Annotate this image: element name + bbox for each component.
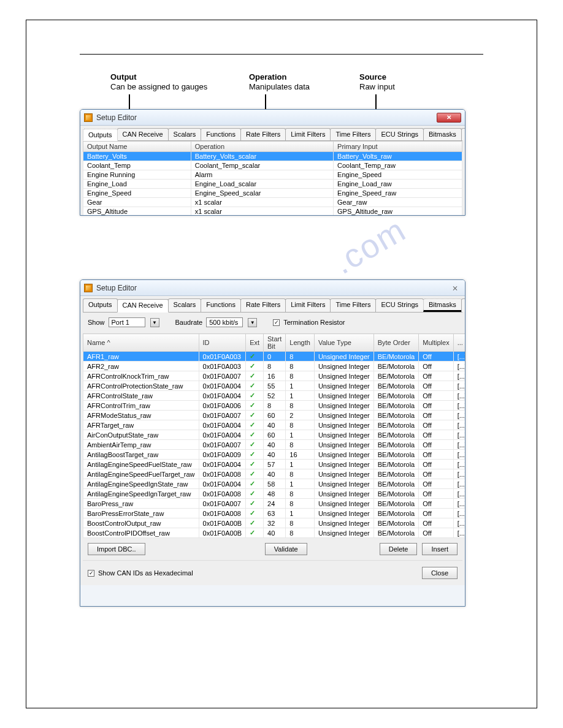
tab-outputs[interactable]: Outputs: [83, 129, 118, 141]
cell[interactable]: ✓: [246, 352, 264, 362]
tab-bit-strings[interactable]: Bit Strings: [461, 128, 465, 140]
cell[interactable]: 8: [264, 401, 286, 411]
table-row[interactable]: AmbientAirTemp_raw0x01F0A007✓408Unsigned…: [83, 440, 466, 450]
cell[interactable]: 0x01F0A007: [199, 371, 246, 381]
cell[interactable]: 55: [264, 381, 286, 391]
cell[interactable]: Unsigned Integer: [314, 460, 373, 469]
cell[interactable]: Engine_Load: [83, 180, 191, 189]
cell[interactable]: [...]: [453, 489, 465, 499]
cell[interactable]: BoostControlPIDOffset_raw: [83, 528, 199, 538]
cell[interactable]: [...]: [453, 440, 465, 450]
table-row[interactable]: AFRControlState_raw0x01F0A004✓521Unsigne…: [83, 391, 466, 401]
cell[interactable]: Unsigned Integer: [314, 509, 373, 518]
cell[interactable]: 1: [286, 430, 315, 440]
cell[interactable]: BE/Motorola: [373, 371, 419, 381]
table-row[interactable]: AFRControlKnockTrim_raw0x01F0A007✓168Uns…: [83, 371, 466, 381]
cell[interactable]: 40: [264, 440, 286, 450]
table-row[interactable]: AFRModeStatus_raw0x01F0A007✓602Unsigned …: [83, 411, 466, 420]
cell[interactable]: 16: [286, 450, 315, 460]
cell[interactable]: AntilagEngineSpeedIgnTarget_raw: [83, 489, 199, 499]
tab-time-filters[interactable]: Time Filters: [330, 128, 376, 140]
tab-rate-filters[interactable]: Rate Filters: [240, 128, 286, 140]
cell[interactable]: Gear: [83, 198, 191, 207]
cell[interactable]: 40: [264, 528, 286, 538]
hex-checkbox[interactable]: ✓: [88, 570, 94, 577]
cell[interactable]: 16: [264, 371, 286, 381]
tab-can-receive[interactable]: CAN Receive: [117, 299, 169, 313]
cell[interactable]: AntilagEngineSpeedIgnState_raw: [83, 479, 199, 489]
cell[interactable]: Off: [419, 411, 453, 420]
cell[interactable]: 0x01F0A003: [199, 352, 246, 362]
cell[interactable]: Unsigned Integer: [314, 381, 373, 391]
cell[interactable]: ✓: [246, 509, 264, 518]
cell[interactable]: [...]: [453, 352, 465, 362]
tab-ecu-strings[interactable]: ECU Strings: [375, 298, 424, 312]
cell[interactable]: Off: [419, 450, 453, 460]
cell[interactable]: 8: [286, 401, 315, 411]
cell[interactable]: Unsigned Integer: [314, 371, 373, 381]
cell[interactable]: 40: [264, 420, 286, 430]
cell[interactable]: BE/Motorola: [373, 460, 419, 469]
cell[interactable]: 8: [286, 420, 315, 430]
cell[interactable]: BE/Motorola: [373, 362, 419, 371]
table-row[interactable]: AntilagBoostTarget_raw0x01F0A009✓4016Uns…: [83, 450, 466, 460]
cell[interactable]: Battery_Volts: [83, 152, 191, 161]
cell[interactable]: [...]: [453, 430, 465, 440]
table-row[interactable]: AFR1_raw0x01F0A003✓08Unsigned IntegerBE/…: [83, 352, 466, 362]
baudrate-select[interactable]: 500 kbit/s: [206, 317, 243, 327]
close-button-1[interactable]: ✕: [437, 113, 461, 123]
cell[interactable]: Engine Running: [83, 170, 191, 180]
col-header[interactable]: ID: [199, 334, 246, 352]
cell[interactable]: Off: [419, 440, 453, 450]
cell[interactable]: Unsigned Integer: [314, 469, 373, 479]
cell[interactable]: 1: [286, 460, 315, 469]
cell[interactable]: ✓: [246, 518, 264, 528]
tab-bitmasks[interactable]: Bitmasks: [423, 128, 462, 140]
cell[interactable]: Gear_raw: [334, 198, 462, 207]
col-header[interactable]: Primary Input: [334, 142, 462, 152]
cell[interactable]: Alarm: [191, 170, 333, 180]
cell[interactable]: Off: [419, 420, 453, 430]
cell[interactable]: 8: [286, 362, 315, 371]
table-row[interactable]: BoostControlOutput_raw0x01F0A00B✓328Unsi…: [83, 518, 466, 528]
cell[interactable]: [...]: [453, 362, 465, 371]
cell[interactable]: ✓: [246, 469, 264, 479]
cell[interactable]: 0x01F0A007: [199, 411, 246, 420]
cell[interactable]: 60: [264, 430, 286, 440]
table-row[interactable]: Engine_LoadEngine_Load_scalarEngine_Load…: [83, 180, 462, 189]
cell[interactable]: AntilagEngineSpeedFuelState_raw: [83, 460, 199, 469]
cell[interactable]: GPS_Altitude: [83, 207, 191, 216]
can-table[interactable]: Name ^IDExtStart BitLengthValue TypeByte…: [83, 333, 465, 538]
cell[interactable]: 8: [264, 362, 286, 371]
cell[interactable]: 63: [264, 509, 286, 518]
cell[interactable]: Off: [419, 479, 453, 489]
cell[interactable]: ✓: [246, 528, 264, 538]
cell[interactable]: 0: [264, 352, 286, 362]
cell[interactable]: Engine_Speed: [334, 170, 462, 180]
cell[interactable]: Off: [419, 401, 453, 411]
show-dropdown-icon[interactable]: ▼: [150, 318, 159, 327]
cell[interactable]: ✓: [246, 479, 264, 489]
cell[interactable]: Off: [419, 381, 453, 391]
cell[interactable]: 0x01F0A008: [199, 489, 246, 499]
cell[interactable]: Off: [419, 371, 453, 381]
cell[interactable]: 57: [264, 460, 286, 469]
cell[interactable]: [...]: [453, 411, 465, 420]
cell[interactable]: BE/Motorola: [373, 518, 419, 528]
cell[interactable]: Unsigned Integer: [314, 430, 373, 440]
table-row[interactable]: Engine_SpeedEngine_Speed_scalarEngine_Sp…: [83, 189, 462, 198]
cell[interactable]: AFR2_raw: [83, 362, 199, 371]
cell[interactable]: AFRTarget_raw: [83, 420, 199, 430]
cell[interactable]: Unsigned Integer: [314, 528, 373, 538]
cell[interactable]: BE/Motorola: [373, 401, 419, 411]
cell[interactable]: AFRControlProtectionState_raw: [83, 381, 199, 391]
col-header[interactable]: Byte Order: [373, 334, 419, 352]
cell[interactable]: Unsigned Integer: [314, 401, 373, 411]
table-row[interactable]: BoostControlPIDOffset_raw0x01F0A00B✓408U…: [83, 528, 466, 538]
cell[interactable]: BE/Motorola: [373, 489, 419, 499]
col-header[interactable]: Ext: [246, 334, 264, 352]
cell[interactable]: Battery_Volts_scalar: [191, 152, 333, 161]
cell[interactable]: ✓: [246, 362, 264, 371]
cell[interactable]: Engine_Speed: [83, 189, 191, 198]
cell[interactable]: 1: [286, 479, 315, 489]
